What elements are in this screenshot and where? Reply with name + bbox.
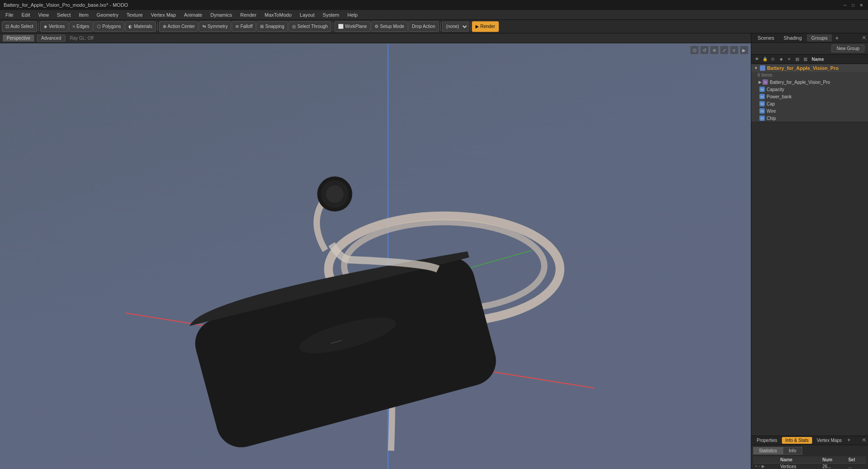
center-layout: Perspective Advanced Ray GL: Off ⊡ ↺ ⊕ ⤢… [0,33,868,469]
render-btn[interactable]: ▶ Render [472,21,499,32]
menu-animate[interactable]: Animate [180,11,206,18]
add-props-tab-btn[interactable]: + [847,437,850,443]
menu-dynamics[interactable]: Dynamics [207,11,236,18]
tree-group-header[interactable]: ▼ Battery_for_Apple_Vision_Pro [751,64,868,72]
stats-table: Name Num Sel + − [753,456,866,469]
properties-tab[interactable]: Properties [753,437,781,444]
groups-tab[interactable]: Groups [807,34,832,41]
menu-render[interactable]: Render [237,11,260,18]
item-group-icon-0: G [763,79,768,85]
viewport-header: Perspective Advanced Ray GL: Off [0,33,751,43]
menu-texture[interactable]: Texture [123,11,146,18]
polygons-icon: ⬡ [97,24,101,29]
tree-extra3-icon[interactable]: ▥ [802,55,809,63]
render-icon: ▶ [475,24,479,29]
vp-expand-icon[interactable]: ⤢ [720,46,728,54]
info-stats-tab[interactable]: Info & Stats [782,437,813,444]
tree-item-2[interactable]: M Power_bank [751,93,868,100]
action-center-btn[interactable]: ⊕ Action Center [159,21,199,32]
materials-btn[interactable]: ◐ Materials [125,21,156,32]
maximize-btn[interactable]: □ [850,2,856,8]
tree-item-3[interactable]: M Cap [751,100,868,107]
row-add-vertices[interactable]: + [755,464,757,469]
viewport-3d[interactable]: ⊡ ↺ ⊕ ⤢ ≡ ▶ [0,43,751,469]
work-plane-btn[interactable]: ⬜ WorkPlane [334,21,370,32]
vp-zoom-icon[interactable]: ⊕ [710,46,718,54]
tree-item-1[interactable]: M Capacity [751,86,868,93]
menu-file[interactable]: File [2,11,17,18]
setup-mode-btn[interactable]: ⚙ Setup Mode [371,21,408,32]
menu-geometry[interactable]: Geometry [93,11,122,18]
row-minus-vertices[interactable]: − [758,464,760,469]
shading-tab[interactable]: Shading [779,34,806,41]
vp-settings-icon[interactable]: ≡ [730,46,738,54]
drop-action-btn[interactable]: Drop Action [408,21,439,32]
polygons-btn[interactable]: ⬡ Polygons [93,21,124,32]
falloff-btn[interactable]: ≋ Falloff [232,21,256,32]
ray-gl-status: Ray GL: Off [70,36,94,41]
menu-view[interactable]: View [35,11,53,18]
vp-rotate-icon[interactable]: ↺ [700,46,708,54]
props-tabs: Properties Info & Stats Vertex Maps + ⇱ [751,436,868,445]
scene-3d-svg: — [0,43,751,469]
tree-item-4[interactable]: M Wire [751,107,868,115]
item-mesh-icon-4: M [759,108,765,114]
work-plane-icon: ⬜ [338,24,343,29]
menu-vertexmap[interactable]: Vertex Map [147,11,180,18]
tree-solo-icon[interactable]: ⊙ [769,55,777,63]
vp-tab-perspective[interactable]: Perspective [3,35,34,41]
minimize-btn[interactable]: ─ [842,2,848,8]
symmetry-btn[interactable]: ⇋ Symmetry [199,21,231,32]
add-rpanel-tab-btn[interactable]: + [833,34,841,41]
auto-select-btn[interactable]: ⊡ Auto Select [2,21,37,32]
none-dropdown[interactable]: (none) [442,22,469,32]
stats-vertices-num: 26... [821,463,847,469]
rpanel-tabs: Scenes Shading Groups + ⇱ [751,33,868,43]
tree-extra2-icon[interactable]: ▤ [794,55,801,63]
close-btn[interactable]: ✕ [858,2,864,8]
tree-item-name-5: Chip [767,116,776,121]
statistics-subtab[interactable]: Statistics [753,447,783,455]
menu-maxtomodo[interactable]: MaxToModo [261,11,295,18]
menu-layout[interactable]: Layout [296,11,318,18]
menu-select[interactable]: Select [53,11,74,18]
col-sel: Sel [846,456,866,464]
tree-group-name: Battery_for_Apple_Vision_Pro [767,65,839,71]
toolbar-sep-5 [470,22,471,31]
scenes-tab[interactable]: Scenes [753,34,779,41]
tree-name-col: Name [812,57,824,62]
props-expand-btn[interactable]: ⇱ [863,438,866,443]
snapping-btn[interactable]: ⊞ Snapping [256,21,288,32]
tree-lock-icon[interactable]: 🔒 [761,55,768,63]
tree-item-name-3: Cap [767,101,775,106]
tree-item-name-0: Battery_for_Apple_Vision_Pro [770,80,830,85]
col-controls [753,456,778,464]
menu-help[interactable]: Help [344,11,361,18]
rpanel-expand-btn[interactable]: ⇱ [863,36,866,41]
symmetry-icon: ⇋ [202,24,206,29]
edges-btn[interactable]: ⌗ Edges [69,21,93,32]
svg-point-7 [326,185,343,203]
select-through-btn[interactable]: ◎ Select Through [288,21,332,32]
info-subtab[interactable]: Info [783,447,802,455]
stats-subtabs: Statistics Info [753,447,866,455]
tree-group-root: ▼ Battery_for_Apple_Vision_Pro 6 Items ▶… [751,64,868,122]
vertices-btn[interactable]: ◈ Vertices [40,21,69,32]
vp-fit-icon[interactable]: ⊡ [690,46,699,54]
tree-extra1-icon[interactable]: ≡ [786,55,793,63]
vp-tab-advanced[interactable]: Advanced [37,35,65,41]
group-collapse-icon: ▼ [754,66,758,70]
menu-edit[interactable]: Edit [18,11,34,18]
tree-item-5[interactable]: M Chip [751,115,868,122]
tree-eye-icon[interactable]: 👁 [753,55,760,63]
new-group-btn[interactable]: New Group [831,45,864,52]
tree-render-icon[interactable]: ◈ [777,55,785,63]
toolbar-sep-3 [333,22,333,31]
menu-item[interactable]: Item [75,11,92,18]
item-mesh-icon-1: M [759,87,765,92]
tree-item-0[interactable]: ▶ G Battery_for_Apple_Vision_Pro [751,78,868,86]
row-expand-vertices[interactable]: ▶ [762,464,765,469]
vp-chevron-icon[interactable]: ▶ [740,46,748,54]
vertex-maps-tab[interactable]: Vertex Maps [813,437,845,444]
menu-system[interactable]: System [319,11,343,18]
